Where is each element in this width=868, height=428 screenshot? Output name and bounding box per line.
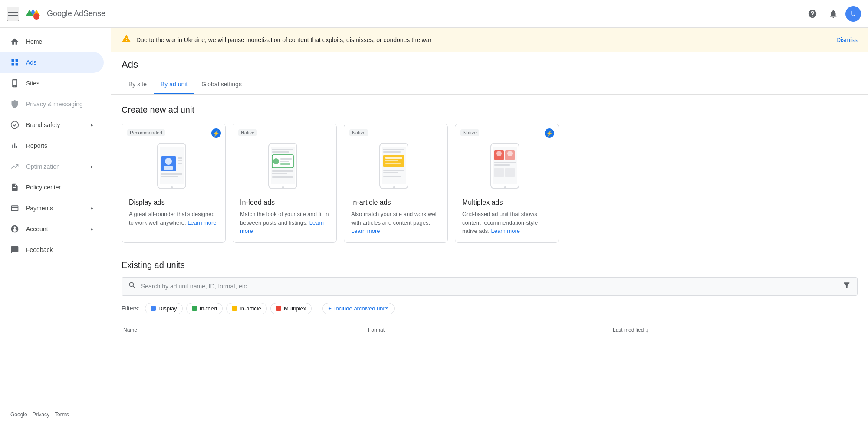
payments-icon (10, 204, 19, 212)
sidebar-footer: Google Privacy Terms (0, 405, 111, 425)
sidebar-item-reports[interactable]: Reports (0, 135, 104, 156)
display-ads-desc: A great all-rounder that's designed to w… (129, 210, 218, 227)
warning-banner: Due to the war in Ukraine, we will pause… (111, 28, 868, 52)
infeed-ads-image (240, 140, 329, 192)
svg-rect-13 (164, 166, 173, 170)
existing-section-title: Existing ad units (122, 260, 858, 270)
display-ads-learn-more[interactable]: Learn more (187, 219, 216, 226)
svg-rect-30 (272, 173, 287, 174)
sidebar-item-ads[interactable]: Ads (0, 52, 104, 73)
multiplex-ads-desc: Grid-based ad unit that shows content re… (462, 210, 552, 235)
inarticle-ads-image (351, 140, 441, 192)
svg-point-32 (282, 186, 284, 189)
sidebar-item-optimization: Optimization ▸ (0, 156, 104, 177)
inarticle-ads-desc: Also match your site and work well with … (351, 210, 441, 235)
filter-chip-inarticle[interactable]: In-article (226, 303, 267, 314)
filter-divider (317, 303, 317, 314)
sidebar-item-privacy-messaging: Privacy & messaging (0, 94, 104, 114)
warning-icon (122, 34, 131, 46)
search-input[interactable] (141, 283, 838, 290)
sidebar-item-account[interactable]: Account ▸ (0, 219, 104, 239)
svg-rect-22 (272, 149, 293, 150)
sidebar-item-payments[interactable]: Payments ▸ (0, 198, 104, 219)
svg-rect-14 (178, 157, 182, 159)
notifications-button[interactable] (825, 5, 842, 23)
display-ads-card[interactable]: Recommended ⚡ (122, 124, 226, 243)
expand-icon-optimization: ▸ (91, 163, 93, 170)
svg-point-48 (496, 151, 502, 156)
svg-rect-0 (8, 10, 18, 10)
layout: Home Ads Sites Privacy & messaging Brand (0, 28, 868, 428)
multiplex-ads-name: Multiplex ads (462, 199, 552, 206)
privacy-icon (10, 100, 19, 108)
svg-rect-23 (272, 151, 289, 153)
warning-text: Due to the war in Ukraine, we will pause… (136, 36, 831, 43)
svg-point-12 (165, 158, 172, 165)
sidebar-item-brand-safety[interactable]: Brand safety ▸ (0, 114, 104, 135)
filter-chip-infeed[interactable]: In-feed (186, 303, 223, 314)
home-icon (10, 37, 19, 46)
infeed-ads-card[interactable]: Native (233, 124, 337, 243)
filter-row: Filters: Display In-feed In-article Mult… (122, 303, 858, 314)
sidebar-item-feedback[interactable]: Feedback (0, 239, 104, 260)
svg-rect-2 (8, 15, 18, 16)
svg-rect-53 (494, 168, 504, 177)
multiplex-dot (276, 306, 281, 311)
sidebar-item-policy-center[interactable]: Policy center (0, 177, 104, 198)
expand-icon-brand-safety: ▸ (91, 122, 93, 128)
filter-icon[interactable] (842, 281, 851, 292)
multiplex-ads-learn-more[interactable]: Learn more (491, 228, 520, 234)
tab-global-settings[interactable]: Global settings (194, 75, 249, 94)
search-bar (122, 277, 858, 296)
app-logo: Google AdSense (24, 5, 105, 23)
infeed-ads-desc: Match the look of your site and fit in b… (240, 210, 329, 235)
svg-rect-7 (16, 63, 18, 66)
footer-privacy-link[interactable]: Privacy (33, 412, 49, 418)
lightning-icon-display: ⚡ (211, 128, 221, 138)
col-header-name: Name (122, 327, 368, 333)
svg-rect-36 (383, 151, 401, 153)
brand-safety-icon (10, 121, 19, 129)
dismiss-button[interactable]: Dismiss (836, 36, 858, 43)
svg-point-25 (273, 158, 279, 164)
tab-by-ad-unit[interactable]: By ad unit (154, 75, 194, 94)
inarticle-ads-learn-more[interactable]: Learn more (351, 228, 380, 234)
avatar[interactable]: U (845, 6, 861, 22)
sidebar: Home Ads Sites Privacy & messaging Brand (0, 28, 111, 428)
svg-rect-51 (494, 162, 516, 163)
filter-chip-multiplex[interactable]: Multiplex (270, 303, 312, 314)
sidebar-item-sites[interactable]: Sites (0, 73, 104, 94)
app-name: Google AdSense (47, 9, 105, 18)
svg-rect-27 (280, 161, 289, 162)
inarticle-ads-name: In-article ads (351, 199, 441, 206)
ad-cards-container: Recommended ⚡ (122, 124, 858, 243)
inarticle-ads-badge: Native (349, 129, 368, 136)
search-icon (128, 281, 137, 292)
page-title: Ads (122, 52, 858, 75)
sort-arrow-icon: ↓ (645, 327, 648, 333)
inarticle-ads-card[interactable]: Native (344, 124, 448, 243)
policy-icon (10, 183, 19, 192)
multiplex-ads-badge: Native (460, 129, 479, 136)
main-content: Due to the war in Ukraine, we will pause… (111, 28, 868, 428)
include-archived-button[interactable]: + Include archived units (322, 303, 394, 314)
col-header-last-modified[interactable]: Last modified ↓ (613, 327, 858, 333)
infeed-dot (192, 306, 197, 311)
tab-by-site[interactable]: By site (122, 75, 154, 94)
svg-point-3 (33, 13, 39, 20)
page-header: Ads By site By ad unit Global settings (111, 52, 868, 95)
footer-terms-link[interactable]: Terms (55, 412, 69, 418)
topbar: Google AdSense U (0, 0, 868, 28)
footer-google-link[interactable]: Google (10, 412, 27, 418)
sidebar-item-home[interactable]: Home (0, 31, 104, 52)
menu-icon[interactable] (7, 7, 19, 21)
display-ads-image (129, 140, 218, 192)
multiplex-ads-card[interactable]: Native ⚡ (455, 124, 559, 243)
svg-rect-16 (178, 163, 182, 164)
infeed-ads-badge: Native (238, 129, 257, 136)
svg-point-8 (11, 121, 19, 129)
help-button[interactable] (804, 5, 821, 23)
svg-rect-42 (383, 172, 398, 173)
infeed-ads-learn-more[interactable]: Learn more (240, 219, 324, 235)
filter-chip-display[interactable]: Display (145, 303, 183, 314)
